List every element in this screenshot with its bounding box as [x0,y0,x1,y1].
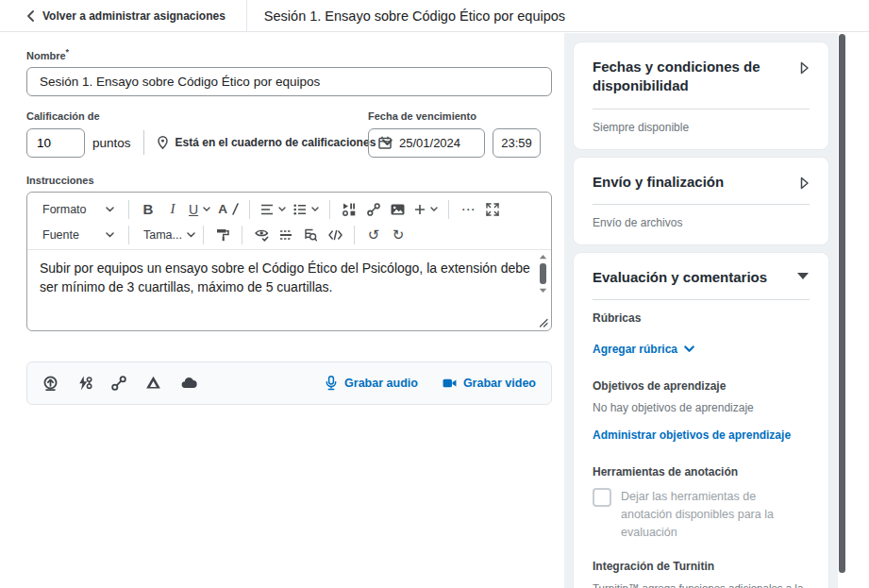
name-label: Nombre* [26,47,552,61]
expand-icon [486,203,499,216]
accessibility-check-button[interactable] [249,223,274,247]
evaluation-card-header[interactable]: Evaluación y comentarios [593,268,810,287]
insert-image-button[interactable] [386,197,410,222]
underline-button[interactable]: U [185,197,214,222]
horizontal-rule-icon [279,229,292,241]
grade-label: Calificación de [26,110,393,122]
grade-divider [143,130,144,155]
toolbar-divider [203,226,204,244]
evaluation-card-title: Evaluación y comentarios [593,268,767,287]
page-scrollbar[interactable] [839,34,845,573]
instructions-label: Instrucciones [26,175,552,186]
name-input[interactable] [26,67,552,96]
chevron-right-icon [800,61,810,75]
code-icon [328,229,343,241]
insert-stuff-button[interactable] [337,197,361,222]
submission-card: Envío y finalización Envío de archivos [574,158,828,244]
record-video-button[interactable]: Grabar video [443,377,536,390]
grade-due-row: Calificación de puntos Está en el cuader… [26,110,552,158]
instructions-content[interactable]: Subir por equipos un ensayo sobre el Cód… [27,250,534,330]
source-code-button[interactable] [323,223,347,247]
scrollbar-thumb[interactable] [540,263,546,284]
quicklink-button[interactable] [361,197,386,222]
objectives-heading: Objetivos de aprendizaje [593,379,810,393]
chevron-down-icon [187,232,195,238]
add-rubric-link[interactable]: Agregar rúbrica [593,343,694,356]
annotation-checkbox[interactable] [593,488,611,507]
toolbar-divider [249,200,250,219]
editor-toolbar-row-2: Fuente Tama... [27,221,551,249]
chevron-down-icon [106,207,114,212]
toolbar-divider [448,200,449,219]
record-audio-button[interactable]: Grabar audio [325,376,418,391]
scroll-down-button[interactable] [539,288,547,294]
horizontal-rule-button[interactable] [274,223,298,247]
list-button[interactable] [290,197,323,222]
due-date-value: 25/01/2024 [399,136,460,150]
grade-pin-icon [157,135,169,150]
submission-card-title: Envío y finalización [593,173,724,192]
microphone-icon [325,376,338,391]
italic-button[interactable]: I [160,197,185,222]
find-preview-icon [304,228,317,242]
format-painter-button[interactable] [210,223,235,247]
format-dropdown[interactable]: Formato [35,197,122,222]
submission-card-header[interactable]: Envío y finalización [593,173,810,192]
upload-file-button[interactable] [42,376,58,391]
card-divider [593,299,810,300]
chevron-down-icon [106,232,114,238]
size-dropdown[interactable]: Tama... [136,223,196,247]
video-camera-icon [443,378,457,389]
toolbar-divider [128,226,129,244]
caret-down-icon [796,272,810,280]
chevron-down-icon [311,207,319,211]
availability-card-title: Fechas y condiciones de disponibilidad [593,58,793,96]
fullscreen-button[interactable] [480,197,505,222]
onedrive-button[interactable] [180,377,197,389]
back-button[interactable]: Volver a administrar asignaciones [26,9,226,23]
turnitin-heading: Integración de Turnitin [593,560,810,573]
chevron-left-icon [26,10,35,22]
submission-summary: Envío de archivos [593,216,810,229]
assignment-form: Nombre* Calificación de puntos Está en e… [26,32,552,405]
google-drive-button[interactable] [145,376,161,390]
resize-handle[interactable] [539,318,548,328]
font-color-button[interactable]: A [214,197,242,222]
more-actions-button[interactable]: ⋯ [456,197,480,222]
settings-sidebar: Fechas y condiciones de disponibilidad S… [564,33,838,588]
top-bar: Volver a administrar asignaciones Sesión… [0,0,869,32]
undo-button[interactable]: ↺ [361,223,386,247]
required-asterisk: * [66,47,70,57]
editor-body: Subir por equipos un ensayo sobre el Cód… [27,249,551,330]
grade-input[interactable] [26,128,85,158]
font-dropdown[interactable]: Fuente [35,223,122,247]
instructions-editor: Formato B I U A [26,192,552,331]
insert-stuff-icon [343,203,356,216]
gradebook-dropdown[interactable]: Está en el cuaderno de calificaciones [157,135,393,150]
toolbar-divider [329,200,330,219]
manage-objectives-link[interactable]: Administrar objetivos de aprendizaje [593,428,791,442]
redo-button[interactable]: ↻ [386,223,410,247]
attach-existing-activity-button[interactable] [77,376,92,391]
insert-more-button[interactable] [410,197,442,222]
bold-button[interactable]: B [136,197,160,222]
chevron-right-icon [800,176,810,190]
grade-block: Calificación de puntos Está en el cuader… [26,110,393,158]
gradebook-dropdown-label: Está en el cuaderno de calificaciones [175,136,376,149]
due-time-input[interactable]: 23:59 [493,128,541,158]
editor-toolbar-row-1: Formato B I U A [27,193,551,221]
chevron-down-icon [203,207,210,211]
due-date-input[interactable]: 25/01/2024 [368,128,485,158]
preview-button[interactable] [298,223,323,247]
availability-card-header[interactable]: Fechas y condiciones de disponibilidad [593,58,810,96]
evaluation-card: Evaluación y comentarios Rúbricas Agrega… [574,253,828,588]
attachments-bar: Grabar audio Grabar video [26,361,552,405]
plus-icon [414,204,426,215]
objectives-empty-text: No hay objetivos de aprendizaje [593,401,810,414]
attach-weblink-button[interactable] [111,376,126,391]
align-button[interactable] [257,197,290,222]
toolbar-divider [242,226,242,244]
toolbar-divider [354,226,355,244]
due-date-block: Fecha de vencimiento 25/01/2024 23:59 [368,110,541,158]
scroll-up-button[interactable] [539,254,547,260]
